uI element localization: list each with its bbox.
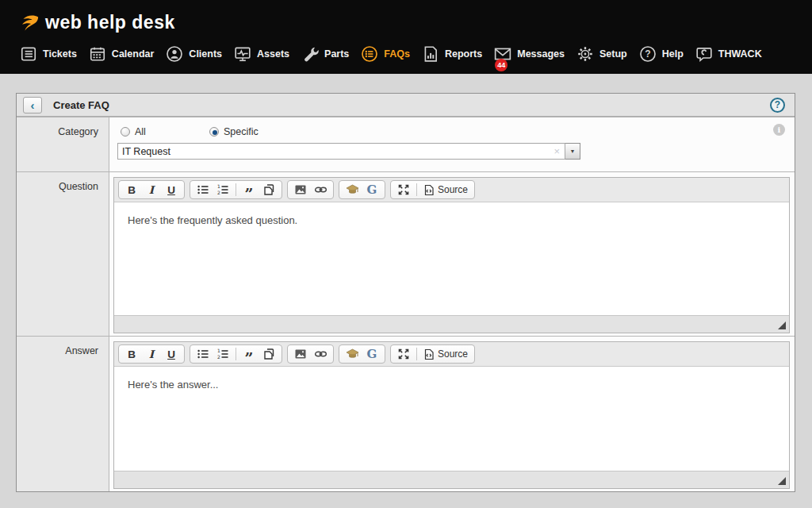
graduation-cap-button[interactable] bbox=[343, 346, 362, 362]
nav-faqs[interactable]: FAQs bbox=[361, 45, 410, 63]
list-group: 1 2 ” bbox=[190, 344, 282, 364]
numbered-list-button[interactable]: 1 2 bbox=[213, 346, 232, 362]
link-button[interactable] bbox=[311, 182, 330, 198]
google-search-button[interactable]: G bbox=[362, 346, 381, 362]
back-button[interactable]: ‹ bbox=[23, 97, 42, 114]
numbered-list-button[interactable]: 1 2 bbox=[213, 182, 232, 198]
maximize-button[interactable] bbox=[394, 182, 413, 198]
maximize-button[interactable] bbox=[394, 346, 413, 362]
svg-text:2: 2 bbox=[217, 354, 220, 360]
panel-help-icon[interactable]: ? bbox=[770, 98, 785, 113]
calendar-icon bbox=[89, 45, 106, 63]
list-group: 1 2 ” bbox=[190, 180, 282, 199]
logo: web help desk bbox=[16, 10, 812, 35]
source-icon bbox=[423, 348, 435, 360]
clear-icon[interactable]: × bbox=[549, 145, 565, 157]
nav-parts[interactable]: Parts bbox=[301, 45, 349, 63]
nav-assets[interactable]: Assets bbox=[234, 45, 289, 63]
special-group: G bbox=[339, 344, 385, 364]
toolbar-divider bbox=[236, 183, 236, 196]
blockquote-button[interactable]: ” bbox=[239, 346, 259, 362]
graduation-cap-button[interactable] bbox=[343, 182, 362, 198]
category-input[interactable] bbox=[118, 146, 549, 157]
graduation-cap-icon bbox=[346, 348, 359, 360]
radio-all[interactable] bbox=[121, 127, 130, 137]
page-title: Create FAQ bbox=[53, 99, 109, 111]
source-button[interactable]: Source bbox=[420, 346, 471, 362]
tickets-icon bbox=[20, 45, 37, 63]
radio-specific[interactable] bbox=[209, 127, 219, 137]
bullet-list-icon bbox=[197, 183, 209, 196]
answer-textarea[interactable]: Here's the answer... bbox=[114, 367, 789, 471]
numbered-list-icon: 1 2 bbox=[216, 183, 229, 196]
category-row: Category All Specific i × ▼ bbox=[17, 117, 795, 171]
italic-button[interactable]: I bbox=[142, 182, 161, 198]
nav-messages[interactable]: 44 Messages bbox=[494, 45, 565, 63]
thwack-bubble-icon bbox=[695, 45, 713, 63]
special-group: G bbox=[339, 180, 385, 199]
nav-label: Assets bbox=[257, 48, 289, 60]
bold-button[interactable]: B bbox=[122, 182, 141, 198]
editor-statusbar bbox=[114, 315, 789, 333]
underline-button[interactable]: U bbox=[162, 346, 181, 362]
question-row: Question B I U bbox=[17, 171, 795, 336]
answer-row: Answer B I U bbox=[17, 336, 795, 491]
text-style-group: B I U bbox=[118, 180, 185, 199]
paste-button[interactable] bbox=[259, 182, 278, 198]
answer-content: B I U 1 bbox=[109, 337, 795, 491]
source-icon bbox=[423, 184, 435, 196]
image-button[interactable] bbox=[291, 182, 310, 198]
italic-button[interactable]: I bbox=[142, 346, 161, 362]
nav-reports[interactable]: Reports bbox=[422, 45, 482, 63]
radio-all-label: All bbox=[135, 126, 146, 137]
nav-label: FAQs bbox=[384, 48, 410, 60]
resize-handle-icon[interactable] bbox=[778, 321, 786, 329]
setup-gear-icon bbox=[576, 45, 594, 63]
link-button[interactable] bbox=[311, 346, 330, 362]
main-nav: Tickets Calendar bbox=[16, 40, 812, 68]
question-textarea[interactable]: Here's the frequently asked question. bbox=[114, 202, 789, 315]
resize-handle-icon[interactable] bbox=[778, 477, 786, 485]
category-label: Category bbox=[17, 117, 109, 171]
editor-toolbar: B I U 1 bbox=[114, 178, 789, 202]
bold-button[interactable]: B bbox=[122, 346, 141, 362]
nav-label: Reports bbox=[445, 48, 482, 60]
question-editor: B I U 1 bbox=[113, 177, 790, 333]
radio-specific-label: Specific bbox=[224, 126, 259, 137]
solarwinds-swirl-icon bbox=[16, 10, 40, 34]
category-combo: × ▼ bbox=[117, 143, 795, 160]
answer-label: Answer bbox=[17, 337, 109, 491]
blockquote-button[interactable]: ” bbox=[239, 182, 259, 198]
category-content: All Specific i × ▼ bbox=[109, 117, 795, 171]
bullet-list-button[interactable] bbox=[193, 182, 213, 198]
info-icon: i bbox=[773, 124, 785, 136]
reports-icon bbox=[422, 45, 439, 63]
underline-button[interactable]: U bbox=[162, 182, 181, 198]
nav-calendar[interactable]: Calendar bbox=[89, 45, 155, 63]
source-button[interactable]: Source bbox=[420, 182, 471, 198]
image-icon bbox=[294, 183, 307, 196]
source-label: Source bbox=[438, 348, 468, 360]
paste-icon bbox=[262, 183, 275, 196]
nav-clients[interactable]: Clients bbox=[166, 45, 222, 63]
answer-editor: B I U 1 bbox=[113, 341, 790, 489]
messages-envelope-icon: 44 bbox=[494, 45, 511, 63]
nav-label: Setup bbox=[599, 48, 627, 60]
nav-label: THWACK bbox=[718, 48, 762, 60]
nav-tickets[interactable]: Tickets bbox=[20, 45, 77, 63]
paste-button[interactable] bbox=[259, 346, 278, 362]
faqs-icon bbox=[361, 45, 378, 63]
image-button[interactable] bbox=[291, 346, 310, 362]
editor-statusbar bbox=[114, 471, 789, 488]
nav-label: Parts bbox=[324, 48, 349, 60]
bullet-list-button[interactable] bbox=[193, 346, 213, 362]
view-group: Source bbox=[390, 344, 475, 364]
nav-help[interactable]: ? Help bbox=[639, 45, 684, 63]
category-dropdown-button[interactable]: ▼ bbox=[565, 143, 580, 160]
maximize-icon bbox=[397, 183, 410, 196]
nav-thwack[interactable]: THWACK bbox=[695, 45, 762, 63]
category-input-box: × bbox=[117, 143, 565, 160]
google-search-button[interactable]: G bbox=[362, 182, 381, 198]
nav-setup[interactable]: Setup bbox=[576, 45, 627, 63]
category-radio-group: All Specific bbox=[109, 117, 795, 137]
